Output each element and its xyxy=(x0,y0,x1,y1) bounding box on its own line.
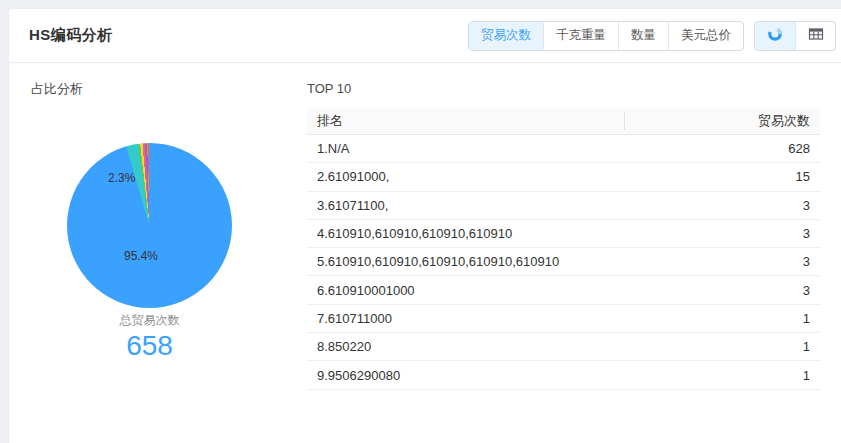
value-cell: 15 xyxy=(625,169,820,184)
proportion-title: 占比分析 xyxy=(31,81,299,97)
top10-table: 排名 贸易次数 1.N/A 628 2.61091000, 15 3.61071… xyxy=(307,108,820,390)
table-row[interactable]: 5.610910,610910,610910,610910,610910 3 xyxy=(307,248,820,276)
tab-quantity[interactable]: 数量 xyxy=(618,22,668,50)
value-cell: 1 xyxy=(625,311,820,326)
table-row[interactable]: 7.610711000 1 xyxy=(307,305,820,333)
rank-cell: 7.610711000 xyxy=(307,311,625,326)
table-row[interactable]: 1.N/A 628 xyxy=(307,135,820,163)
value-cell: 3 xyxy=(625,283,820,298)
column-header-rank: 排名 xyxy=(307,108,625,134)
hs-code-analysis-card: HS编码分析 贸易次数 千克重量 数量 美元总价 xyxy=(8,8,841,443)
value-cell: 1 xyxy=(625,368,820,383)
table-row[interactable]: 2.61091000, 15 xyxy=(307,163,820,191)
rank-cell: 8.850220 xyxy=(307,339,625,354)
pie-chart[interactable] xyxy=(67,143,232,308)
table-row[interactable]: 3.61071100, 3 xyxy=(307,192,820,220)
page-title: HS编码分析 xyxy=(29,26,113,45)
rank-cell: 6.610910001000 xyxy=(307,283,625,298)
pie-percent-primary: 95.4% xyxy=(124,249,158,263)
rank-cell: 9.9506290080 xyxy=(307,368,625,383)
table-icon xyxy=(808,26,824,46)
total-value: 658 xyxy=(67,330,232,362)
metric-tab-group: 贸易次数 千克重量 数量 美元总价 xyxy=(468,21,744,51)
pie-chart-wrap: 2.3% 95.4% xyxy=(67,143,232,308)
rank-cell: 5.610910,610910,610910,610910,610910 xyxy=(307,254,625,269)
tab-usd-total[interactable]: 美元总价 xyxy=(668,22,743,50)
top10-title: TOP 10 xyxy=(307,81,820,97)
table-view-button[interactable] xyxy=(795,22,835,50)
value-cell: 3 xyxy=(625,226,820,241)
value-cell: 1 xyxy=(625,339,820,354)
total-block: 总贸易次数 658 xyxy=(67,312,232,362)
value-cell: 3 xyxy=(625,198,820,213)
table-header-row: 排名 贸易次数 xyxy=(307,108,820,135)
card-header: HS编码分析 贸易次数 千克重量 数量 美元总价 xyxy=(9,9,841,63)
tab-kg-weight[interactable]: 千克重量 xyxy=(543,22,618,50)
tab-trade-count[interactable]: 贸易次数 xyxy=(469,22,543,50)
rank-cell: 2.61091000, xyxy=(307,169,625,184)
table-row[interactable]: 4.610910,610910,610910,610910 3 xyxy=(307,220,820,248)
column-header-value: 贸易次数 xyxy=(625,112,820,130)
header-toolbar: 贸易次数 千克重量 数量 美元总价 xyxy=(468,21,836,51)
proportion-panel: 占比分析 2.3% 95.4% 总贸易次数 658 xyxy=(9,63,299,443)
table-row[interactable]: 6.610910001000 3 xyxy=(307,276,820,304)
top10-panel: TOP 10 排名 贸易次数 1.N/A 628 2.61091000, 15 … xyxy=(299,63,841,443)
table-row[interactable]: 8.850220 1 xyxy=(307,333,820,361)
value-cell: 3 xyxy=(625,254,820,269)
rank-cell: 4.610910,610910,610910,610910 xyxy=(307,226,625,241)
total-label: 总贸易次数 xyxy=(67,312,232,329)
pie-chart-icon xyxy=(767,26,783,46)
view-toggle-group xyxy=(754,21,836,51)
table-row[interactable]: 9.9506290080 1 xyxy=(307,361,820,389)
value-cell: 628 xyxy=(625,141,820,156)
rank-cell: 1.N/A xyxy=(307,141,625,156)
pie-view-button[interactable] xyxy=(755,22,795,50)
rank-cell: 3.61071100, xyxy=(307,198,625,213)
card-content: 占比分析 2.3% 95.4% 总贸易次数 658 TOP 10 排名 贸易次数… xyxy=(9,63,841,443)
pie-percent-secondary: 2.3% xyxy=(108,171,135,185)
